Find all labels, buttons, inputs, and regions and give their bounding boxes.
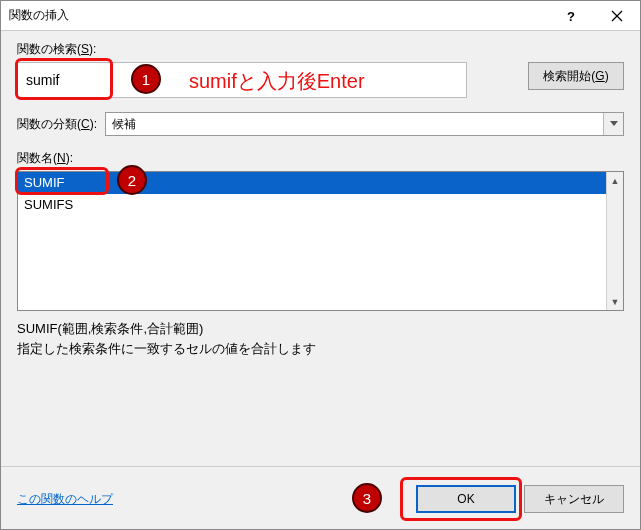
function-description: SUMIF(範囲,検索条件,合計範囲) 指定した検索条件に一致するセルの値を合計… (17, 319, 624, 359)
help-button[interactable]: ? (548, 1, 594, 31)
list-item[interactable]: SUMIF (18, 172, 623, 194)
help-link[interactable]: この関数のヘルプ (17, 491, 113, 508)
insert-function-dialog: 関数の挿入 ? 関数の検索(S): 1 sumifと入力後Enter 検索開 (0, 0, 641, 530)
search-box[interactable] (17, 62, 467, 98)
function-signature: SUMIF(範囲,検索条件,合計範囲) (17, 319, 624, 339)
scroll-up-icon[interactable]: ▲ (607, 172, 623, 189)
category-label: 関数の分類(C): (17, 116, 97, 133)
dialog-title: 関数の挿入 (9, 7, 548, 24)
ok-button[interactable]: OK (416, 485, 516, 513)
annotation-badge-3: 3 (352, 483, 382, 513)
dialog-footer: この関数のヘルプ OK 3 キャンセル (1, 466, 640, 529)
chevron-down-icon (603, 113, 623, 135)
function-desc-text: 指定した検索条件に一致するセルの値を合計します (17, 339, 624, 359)
help-icon: ? (565, 10, 577, 22)
scroll-down-icon[interactable]: ▼ (607, 293, 623, 310)
function-listbox[interactable]: SUMIF SUMIFS ▲ ▼ (17, 171, 624, 311)
search-wrap: 1 sumifと入力後Enter (17, 62, 518, 98)
function-list-wrap: SUMIF SUMIFS ▲ ▼ 2 (17, 171, 624, 311)
category-row: 関数の分類(C): 候補 (17, 112, 624, 136)
svg-text:?: ? (567, 10, 575, 22)
scrollbar[interactable]: ▲ ▼ (606, 172, 623, 310)
close-button[interactable] (594, 1, 640, 31)
category-selected: 候補 (112, 116, 136, 133)
ok-wrap: OK 3 (408, 485, 516, 513)
search-go-button[interactable]: 検索開始(G) (528, 62, 624, 90)
search-row: 1 sumifと入力後Enter 検索開始(G) (17, 62, 624, 98)
function-list-label: 関数名(N): (17, 150, 624, 167)
category-select[interactable]: 候補 (105, 112, 624, 136)
cancel-button[interactable]: キャンセル (524, 485, 624, 513)
search-input[interactable] (24, 71, 104, 89)
search-label: 関数の検索(S): (17, 41, 624, 58)
close-icon (611, 10, 623, 22)
list-item[interactable]: SUMIFS (18, 194, 623, 216)
dialog-body: 関数の検索(S): 1 sumifと入力後Enter 検索開始(G) 関数の分類… (1, 31, 640, 422)
titlebar: 関数の挿入 ? (1, 1, 640, 31)
